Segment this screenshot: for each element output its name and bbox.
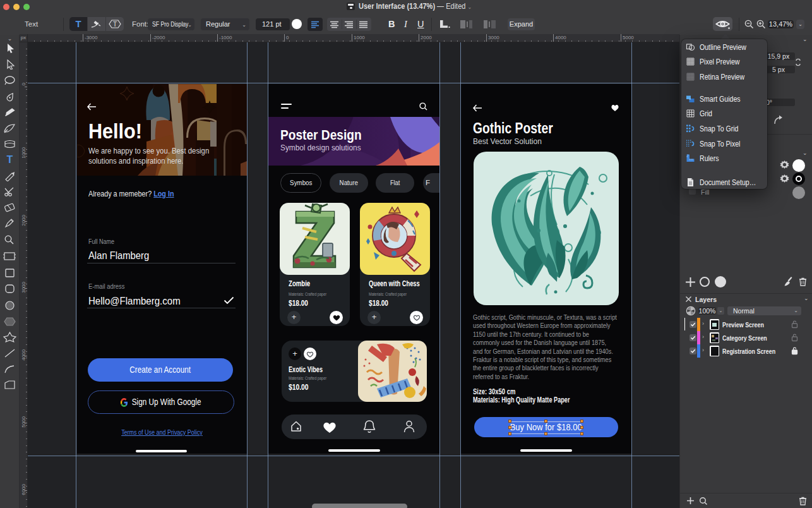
svg-text:T: T xyxy=(113,20,117,28)
